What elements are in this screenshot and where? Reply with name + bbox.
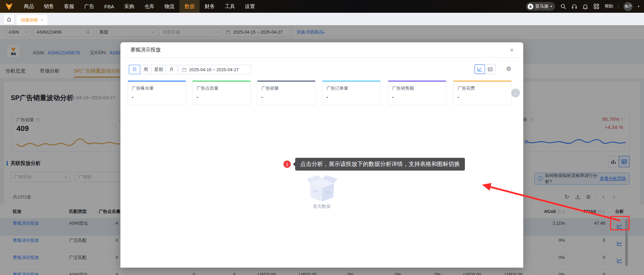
metric-value: - <box>392 94 442 100</box>
menu-item-logistics[interactable]: 物流 <box>159 0 179 13</box>
nav-right-cluster: a 亚马逊 ▾ 帮助 账户 ▾ <box>526 2 644 11</box>
search-icon[interactable] <box>560 3 566 9</box>
period-month-button[interactable]: 月 <box>166 65 177 74</box>
menu-item-ads[interactable]: 广告 <box>79 0 99 13</box>
annotation-highlight-box <box>610 216 630 230</box>
period-segmented-control: 日 周 星期 月 <box>129 65 177 74</box>
tab-sales-insight[interactable]: 销量洞察 × <box>17 15 47 25</box>
menu-item-data[interactable]: 数据 <box>179 0 200 13</box>
chevron-down-icon: ▾ <box>550 5 552 8</box>
menu-item-warehouse[interactable]: 仓库 <box>139 0 159 13</box>
close-tab-icon[interactable]: × <box>41 18 43 22</box>
menu-item-settings[interactable]: 设置 <box>240 0 260 13</box>
metric-card-ad-sales-volume[interactable]: 广告销量 - <box>257 81 316 105</box>
gear-icon[interactable]: ⚙ <box>506 65 511 73</box>
menu-item-service[interactable]: 客服 <box>59 0 79 13</box>
empty-state-illustration <box>303 174 341 204</box>
account-chevron-icon[interactable]: ▾ <box>638 5 639 8</box>
modal-view-toggle <box>474 64 496 74</box>
metric-card-ad-spend[interactable]: 广告花费 - <box>453 81 512 105</box>
cards-next-button[interactable]: › <box>511 89 520 97</box>
home-icon <box>7 17 11 22</box>
menu-item-tools[interactable]: 工具 <box>220 0 240 13</box>
annotation-tooltip: 点击分析，展示该投放下的数据分析详情，支持表格和图标切换 <box>295 158 465 171</box>
metric-card-ad-orders[interactable]: 广告订单量 - <box>322 81 381 105</box>
table-view-button[interactable] <box>485 64 495 74</box>
headset-icon[interactable] <box>571 3 577 9</box>
menu-item-purchase[interactable]: 采购 <box>119 0 139 13</box>
metric-value: - <box>261 94 311 100</box>
workspace-tabstrip: 销量洞察 × <box>0 13 644 25</box>
marketplace-switcher[interactable]: a 亚马逊 ▾ <box>526 2 555 11</box>
line-chart-icon <box>477 67 482 72</box>
metric-label: 广告曝光量 <box>132 85 182 91</box>
metric-label: 广告订单量 <box>326 85 376 91</box>
metric-value: - <box>132 94 182 100</box>
apps-grid-icon[interactable] <box>593 3 599 9</box>
metric-card-ad-revenue[interactable]: 广告销售额 - <box>388 81 446 105</box>
metric-label: 广告销售额 <box>392 85 442 91</box>
menu-item-fba[interactable]: FBA <box>99 0 119 13</box>
main-menu: 商品 销售 客服 广告 FBA 采购 仓库 物流 数据 财务 工具 设置 <box>19 0 260 13</box>
nav-divider <box>618 4 619 9</box>
modal-title: 赛狐演示投放 <box>130 47 161 53</box>
menu-item-sales[interactable]: 销售 <box>39 0 59 13</box>
menu-item-finance[interactable]: 财务 <box>200 0 220 13</box>
fox-icon <box>5 2 13 11</box>
metric-card-impressions[interactable]: 广告曝光量 - <box>127 81 186 105</box>
bell-icon[interactable] <box>582 3 588 9</box>
tab-label: 销量洞察 <box>21 17 38 23</box>
period-weekday-button[interactable]: 星期 <box>152 65 166 74</box>
modal-date-range-value: 2025-04-15 ~ 2025-04-27 <box>189 67 239 72</box>
amazon-icon: a <box>528 4 533 9</box>
account-avatar[interactable]: 账户 <box>624 2 633 11</box>
metric-label: 广告花费 <box>458 85 507 91</box>
period-week-button[interactable]: 周 <box>140 65 152 74</box>
placement-analysis-modal: 赛狐演示投放 × 日 周 星期 月 2025-04-15 ~ 2025-04-2… <box>120 42 523 268</box>
marketplace-label: 亚马逊 <box>535 3 548 9</box>
metric-label: 广告销量 <box>261 85 311 91</box>
line-chart-view-button[interactable] <box>475 64 485 74</box>
modal-date-range-picker[interactable]: 2025-04-15 ~ 2025-04-27 <box>178 65 252 74</box>
help-link[interactable]: 帮助 <box>604 3 613 9</box>
metric-value: - <box>197 94 247 100</box>
metric-card-clicks[interactable]: 广告点击量 - <box>192 81 251 105</box>
annotation-step-badge: 1 <box>283 161 291 168</box>
metric-value: - <box>458 94 507 100</box>
menu-item-products[interactable]: 商品 <box>19 0 39 13</box>
close-icon[interactable]: × <box>510 47 514 53</box>
top-nav: 商品 销售 客服 广告 FBA 采购 仓库 物流 数据 财务 工具 设置 a 亚… <box>0 0 644 13</box>
table-icon <box>488 67 493 72</box>
saihu-fox-logo[interactable] <box>5 2 13 11</box>
modal-header: 赛狐演示投放 × <box>120 42 523 58</box>
metric-label: 广告点击量 <box>197 85 247 91</box>
empty-state-text: 暂无数据 <box>120 203 523 210</box>
metric-value: - <box>326 94 376 100</box>
app-window: 商品 销售 客服 广告 FBA 采购 仓库 物流 数据 财务 工具 设置 a 亚… <box>0 0 644 275</box>
period-day-button[interactable]: 日 <box>129 65 140 74</box>
home-tab-button[interactable] <box>4 15 14 24</box>
modal-toolbar-divider <box>490 66 490 72</box>
calendar-icon <box>182 67 186 72</box>
